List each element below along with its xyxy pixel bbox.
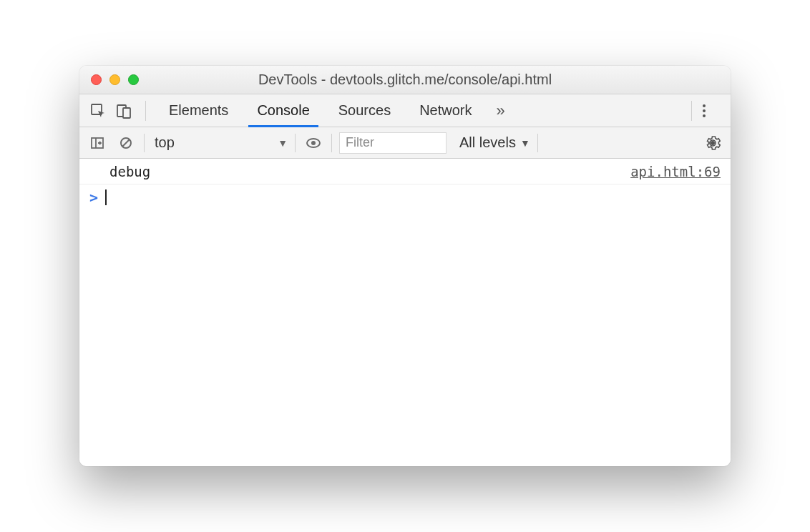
tab-sources[interactable]: Sources bbox=[326, 94, 404, 127]
text-cursor bbox=[105, 189, 107, 205]
svg-point-3 bbox=[703, 104, 706, 107]
divider bbox=[295, 134, 296, 152]
divider bbox=[691, 101, 692, 121]
svg-point-11 bbox=[311, 141, 316, 145]
settings-menu-button[interactable] bbox=[702, 103, 723, 119]
console-output: debug api.html:69 > bbox=[79, 159, 731, 466]
window-title: DevTools - devtools.glitch.me/console/ap… bbox=[79, 72, 731, 88]
filter-input[interactable] bbox=[339, 132, 447, 154]
tab-console[interactable]: Console bbox=[244, 94, 322, 127]
chevron-down-icon: ▼ bbox=[278, 137, 288, 149]
svg-point-4 bbox=[703, 109, 706, 112]
devtools-window: DevTools - devtools.glitch.me/console/ap… bbox=[79, 66, 731, 466]
console-prompt[interactable]: > bbox=[79, 184, 731, 210]
log-levels-label: All levels bbox=[459, 134, 516, 151]
divider bbox=[537, 134, 538, 152]
clear-console-icon[interactable] bbox=[115, 132, 137, 154]
device-toolbar-icon[interactable] bbox=[112, 99, 135, 122]
svg-line-9 bbox=[122, 139, 130, 147]
svg-rect-2 bbox=[123, 108, 130, 118]
inspect-element-icon[interactable] bbox=[87, 99, 109, 122]
console-toolbar: top ▼ All levels ▼ bbox=[79, 127, 731, 159]
console-message-row[interactable]: debug api.html:69 bbox=[79, 159, 731, 184]
log-levels-selector[interactable]: All levels ▼ bbox=[459, 134, 530, 151]
titlebar: DevTools - devtools.glitch.me/console/ap… bbox=[79, 66, 731, 94]
tabs-overflow-button[interactable]: » bbox=[488, 102, 514, 120]
window-controls bbox=[79, 74, 139, 85]
divider bbox=[144, 134, 145, 152]
minimize-window-button[interactable] bbox=[109, 74, 120, 85]
panel-tabbar: Elements Console Sources Network » bbox=[79, 94, 731, 127]
zoom-window-button[interactable] bbox=[128, 74, 139, 85]
tab-network[interactable]: Network bbox=[406, 94, 484, 127]
divider bbox=[145, 101, 146, 121]
svg-point-12 bbox=[711, 141, 715, 145]
close-window-button[interactable] bbox=[91, 74, 102, 85]
chevron-down-icon: ▼ bbox=[520, 137, 530, 149]
prompt-chevron-icon: > bbox=[89, 189, 98, 206]
execution-context-selector[interactable]: top ▼ bbox=[152, 134, 288, 151]
tab-elements[interactable]: Elements bbox=[156, 94, 241, 127]
console-settings-icon[interactable] bbox=[702, 132, 723, 154]
execution-context-label: top bbox=[155, 134, 175, 151]
live-expression-icon[interactable] bbox=[303, 132, 324, 154]
divider bbox=[331, 134, 332, 152]
svg-point-5 bbox=[703, 114, 706, 117]
console-message-source-link[interactable]: api.html:69 bbox=[630, 164, 721, 179]
toggle-console-sidebar-icon[interactable] bbox=[87, 132, 108, 154]
console-message-text: debug bbox=[109, 164, 150, 179]
